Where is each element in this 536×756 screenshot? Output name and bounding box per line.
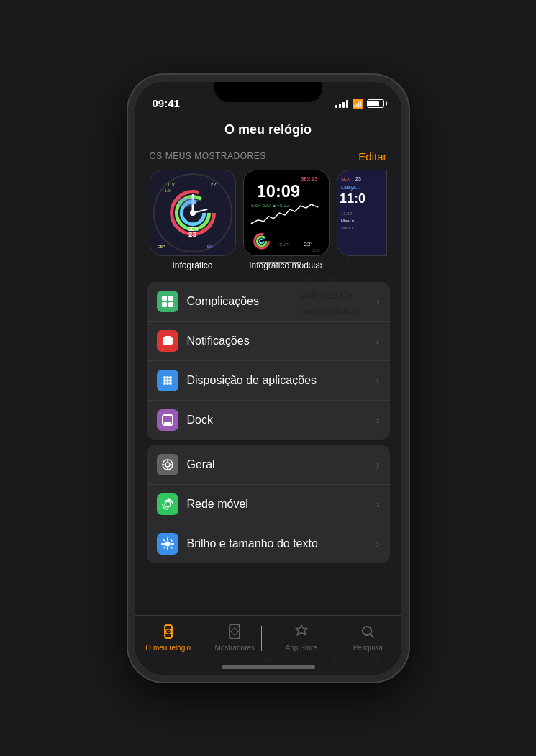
notifications-icon <box>157 330 178 352</box>
svg-text:S&P 500 ▲+5,22: S&P 500 ▲+5,22 <box>250 203 289 208</box>
dock-icon <box>157 409 178 431</box>
notifications-label: Notificações <box>187 334 368 347</box>
faces-icon <box>224 621 245 642</box>
svg-text:CUP: CUP <box>279 242 289 247</box>
svg-rect-40 <box>165 336 171 339</box>
section-label: OS MEUS MOSTRADORES <box>150 151 266 161</box>
svg-rect-37 <box>162 302 167 307</box>
svg-rect-38 <box>168 302 173 307</box>
app-layout-label: Disposição de aplicações <box>187 374 368 387</box>
svg-point-44 <box>163 379 166 382</box>
callout-bottom: Definições do Apple Watch <box>254 626 383 668</box>
svg-line-64 <box>163 539 165 541</box>
svg-text:23: 23 <box>188 230 196 238</box>
status-icons: 📶 <box>335 99 384 109</box>
svg-point-42 <box>166 376 169 379</box>
svg-text:22°: 22° <box>304 241 312 247</box>
signal-icon <box>335 100 348 108</box>
section-header: OS MEUS MOSTRADORES Editar <box>135 145 401 170</box>
svg-text:11:30: 11:30 <box>341 211 353 216</box>
svg-text:Lafaye...: Lafaye... <box>341 185 360 191</box>
watch-face-partial: SEX 23 Lafaye... 11:0 11:30 Meet v Philz… <box>337 170 387 256</box>
chevron-icon: › <box>376 538 380 550</box>
app-layout-icon <box>157 370 178 391</box>
status-time: 09:41 <box>153 97 180 109</box>
page-title: O meu relógio <box>224 122 312 137</box>
cellular-icon <box>157 493 178 515</box>
svg-text:UV: UV <box>168 181 175 186</box>
svg-text:500+: 500+ <box>206 245 214 249</box>
complications-icon <box>157 291 178 312</box>
svg-rect-35 <box>162 296 167 301</box>
battery-icon <box>367 99 384 108</box>
svg-text:SEX 23: SEX 23 <box>300 176 317 181</box>
svg-text:GBP: GBP <box>157 245 165 249</box>
menu-item-brightness[interactable]: Brilho e tamanho do texto › <box>147 524 390 563</box>
chevron-icon: › <box>376 459 380 470</box>
svg-point-58 <box>165 501 171 507</box>
callout-right: Passe o dedopara ver acoleção demostrado… <box>258 255 416 319</box>
svg-point-43 <box>169 376 172 379</box>
svg-text:SEX: SEX <box>341 177 350 181</box>
watch-face-item[interactable]: UV 1.0 22° <box>150 170 236 270</box>
menu-item-cellular[interactable]: Rede móvel › <box>147 485 390 524</box>
svg-line-65 <box>171 547 172 548</box>
callout-bottom-text: Definições do Apple Watch <box>254 651 383 668</box>
menu-item-app-layout[interactable]: Disposição de aplicações › <box>147 361 390 401</box>
screen: 09:41 📶 O me <box>135 82 401 675</box>
phone-frame: 09:41 📶 O me <box>128 75 409 682</box>
brightness-label: Brilho e tamanho do texto <box>187 537 368 550</box>
brightness-icon <box>157 533 178 555</box>
dock-label: Dock <box>187 414 368 427</box>
general-label: Geral <box>187 458 368 471</box>
svg-text:11:0: 11:0 <box>340 191 365 206</box>
svg-text:Meet v: Meet v <box>341 219 354 223</box>
watch-face-label: Infográfico <box>172 260 212 270</box>
svg-rect-51 <box>164 422 171 424</box>
cellular-label: Rede móvel <box>187 498 368 511</box>
svg-text:22°: 22° <box>210 181 218 186</box>
screen-content: O meu relógio OS MEUS MOSTRADORES Editar <box>135 82 401 615</box>
svg-point-73 <box>232 629 237 634</box>
svg-line-67 <box>163 547 165 548</box>
watch-face-modular: SEX 23 10:09 S&P 500 ▲+5,22 <box>243 170 330 256</box>
notch <box>214 82 322 102</box>
svg-point-59 <box>165 541 170 546</box>
svg-rect-36 <box>168 296 173 301</box>
header: O meu relógio <box>135 114 401 145</box>
chevron-icon: › <box>376 335 380 347</box>
wifi-icon: 📶 <box>352 99 363 109</box>
svg-text:Philz C: Philz C <box>341 226 355 230</box>
my-watch-icon <box>158 621 178 642</box>
svg-point-49 <box>169 382 172 385</box>
svg-text:10:09: 10:09 <box>256 182 299 201</box>
chevron-icon: › <box>376 375 380 386</box>
svg-point-48 <box>166 382 169 385</box>
svg-point-47 <box>163 382 166 385</box>
svg-point-46 <box>169 379 172 382</box>
edit-button[interactable]: Editar <box>358 150 386 163</box>
chevron-icon: › <box>376 414 380 426</box>
svg-line-66 <box>171 539 172 541</box>
svg-point-45 <box>166 379 169 382</box>
tab-my-watch-label: O meu relógio <box>145 644 191 652</box>
menu-item-notifications[interactable]: Notificações › <box>147 322 390 361</box>
tab-my-watch[interactable]: O meu relógio <box>135 621 202 652</box>
chevron-icon: › <box>376 498 380 510</box>
svg-text:13 24: 13 24 <box>311 249 320 252</box>
watch-face-infographic: UV 1.0 22° <box>150 170 236 256</box>
menu-item-dock[interactable]: Dock › <box>147 401 390 440</box>
general-icon <box>157 454 178 475</box>
svg-point-16 <box>187 196 199 204</box>
svg-point-41 <box>163 376 166 379</box>
svg-text:23: 23 <box>355 176 361 181</box>
menu-item-general[interactable]: Geral › <box>147 445 390 485</box>
tab-faces-label: Mostradores <box>214 644 255 652</box>
svg-text:1.0: 1.0 <box>164 188 171 192</box>
callout-right-text: Passe o dedopara ver acoleção demostrado… <box>301 255 416 319</box>
menu-group-2: Geral › Rede móvel › <box>147 445 390 563</box>
svg-point-53 <box>165 463 170 467</box>
